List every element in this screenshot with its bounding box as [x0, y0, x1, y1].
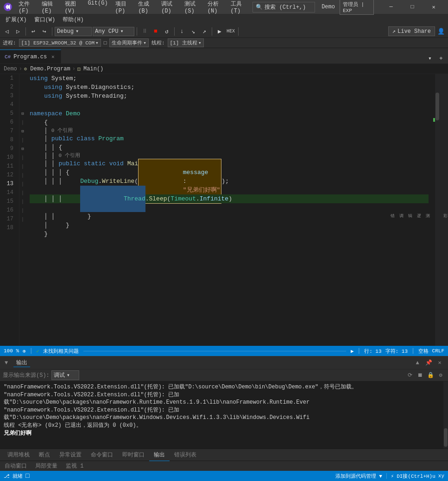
source-control-btn[interactable]: 添加到源代码管理 ▼	[335, 473, 382, 480]
no-issues-label[interactable]: 未找到相关问题	[43, 348, 79, 355]
panel-up-button[interactable]: ▲	[413, 358, 422, 368]
new-vertical-tab-button[interactable]: +	[436, 53, 446, 63]
process-bar: 进程: [1] ESP32_WROOM_32 @ COM ▾ □ 生命周期事件 …	[0, 38, 448, 48]
output-scrollbar-thumb[interactable]	[444, 428, 448, 447]
source-label: 显示输出来源(S):	[3, 371, 50, 379]
search-icon: 🔍	[256, 4, 263, 11]
fold-7[interactable]: ⊟	[19, 127, 26, 136]
tab-breakpoints[interactable]: 断点	[34, 449, 55, 461]
profile-button[interactable]: 👤	[436, 26, 446, 37]
breadcrumb-method[interactable]: ◫ Main()	[77, 66, 103, 72]
output-content[interactable]: "nanoFramework.Tools.VS2022.Extension.dl…	[0, 381, 443, 449]
zoom-level[interactable]: 100 %	[4, 348, 19, 354]
step-out-button[interactable]: ↗	[199, 26, 209, 37]
stop-button[interactable]: ■	[151, 26, 161, 37]
fold-10: │	[19, 153, 26, 162]
tab-command[interactable]: 命令窗口	[86, 449, 118, 461]
menu-git[interactable]: Git(G)	[84, 0, 111, 15]
menu-debug[interactable]: 调试(D)	[158, 0, 181, 15]
redo-button[interactable]: ↪	[39, 26, 50, 37]
output-btn-4[interactable]: ⚙	[436, 371, 445, 380]
tab-callstack[interactable]: 调用堆栈	[3, 449, 34, 461]
menu-test[interactable]: 测试(S)	[181, 0, 204, 15]
breadcrumb-demo[interactable]: Demo	[4, 66, 17, 72]
panel-pin-button[interactable]: 📌	[424, 358, 433, 368]
code-editor[interactable]: 1 2 3 4 5 6 7 8 9 10 11 12 ➤ 13 14 15 16…	[0, 74, 448, 346]
ln-17: 17	[0, 215, 16, 224]
code-line-8: │ │ {	[30, 143, 429, 152]
token	[95, 134, 98, 143]
back-button[interactable]: ◁	[2, 26, 12, 37]
auto-watch[interactable]: 监视 1	[64, 462, 85, 470]
forward-button[interactable]: ▷	[13, 26, 23, 37]
auto-locals[interactable]: 局部变量	[33, 462, 59, 470]
editor-scrollbar[interactable]	[435, 74, 440, 346]
auto-autos[interactable]: 自动窗口	[3, 462, 29, 470]
tab-errorlist[interactable]: 错误列表	[170, 449, 201, 461]
menu-build[interactable]: 生成(B)	[134, 0, 158, 15]
final-sep: │	[385, 473, 388, 479]
code-content[interactable]: using System; using System.Diagnostics; …	[26, 74, 432, 346]
editor-tab-program[interactable]: C# Program.cs ✕	[0, 50, 61, 63]
char-info[interactable]: 字符: 13	[385, 348, 408, 355]
events-dropdown[interactable]: 生命周期事件 ▾	[109, 38, 149, 47]
token: void	[109, 159, 124, 168]
hex-button[interactable]: HEX	[226, 26, 236, 37]
search-box[interactable]: 🔍 搜索 (Ctrl+,)	[252, 2, 315, 12]
panel-close-button[interactable]: ✕	[435, 358, 444, 368]
app-name: Demo	[322, 4, 335, 10]
spaces-label[interactable]: 空格	[418, 348, 429, 355]
token: (	[167, 194, 171, 203]
menu-extensions[interactable]: 扩展(X)	[2, 15, 31, 25]
pause-button[interactable]: ⏸	[139, 26, 150, 37]
menu-view[interactable]: 视图(V)	[61, 0, 84, 15]
process-value: [1] ESP32_WROOM_32 @ COM	[21, 40, 95, 46]
token	[30, 168, 44, 177]
tab-list-button[interactable]: ▾	[425, 53, 435, 63]
tab-immediate[interactable]: 即时窗口	[118, 449, 149, 461]
panel-title-label[interactable]: 输出	[13, 359, 30, 367]
menu-edit[interactable]: 编辑(E)	[38, 0, 61, 15]
line-ending-label[interactable]: CRLF	[432, 348, 444, 354]
code-line-10: │ │ │ {	[30, 168, 429, 177]
menu-file[interactable]: 文件(F)	[15, 0, 38, 15]
output-btn-3[interactable]: 🔒	[426, 371, 435, 380]
live-share-button[interactable]: ↗ Live Share	[388, 26, 435, 36]
menu-help[interactable]: 帮助(H)	[59, 15, 88, 25]
restart-button[interactable]: ↺	[162, 26, 172, 37]
menu-window[interactable]: 窗口(W)	[31, 15, 59, 25]
step-over-button[interactable]: ↓	[177, 26, 187, 37]
run-cursor-button[interactable]: ▶	[215, 26, 225, 37]
cpu-config-dropdown[interactable]: Any CPU ▾	[93, 27, 134, 36]
tab-close-button[interactable]: ✕	[50, 54, 56, 60]
output-btn-2[interactable]: ⏹	[416, 371, 425, 380]
zoom-expand-icon: ⊕	[23, 348, 26, 354]
menu-tools[interactable]: 工具(T)	[227, 0, 250, 15]
tab-exceptions[interactable]: 异常设置	[55, 449, 86, 461]
code-line-6: {	[30, 118, 429, 127]
tab-output[interactable]: 输出	[149, 449, 170, 461]
line-info[interactable]: 行: 13	[364, 348, 381, 355]
undo-button[interactable]: ↩	[28, 26, 38, 37]
git-branch[interactable]: 就绪	[13, 473, 23, 480]
token: :	[183, 178, 190, 185]
user-info[interactable]: DI接(Ctrl+H)u	[397, 473, 435, 480]
output-btn-1[interactable]: ⟳	[405, 371, 415, 380]
thread-dropdown[interactable]: [1] 主线程 ▾	[168, 38, 204, 47]
step-into-button[interactable]: ↘	[188, 26, 198, 37]
breadcrumb-class[interactable]: ⊙ Demo.Program	[24, 66, 70, 72]
ln-11: 11	[0, 162, 16, 171]
editor-scrollbar-thumb[interactable]	[435, 93, 439, 120]
source-dropdown[interactable]: 调试 ▾	[51, 370, 79, 380]
process-dropdown[interactable]: [1] ESP32_WROOM_32 @ COM ▾	[19, 39, 101, 47]
fold-5[interactable]: ⊟	[19, 109, 26, 118]
minimize-button[interactable]: —	[380, 0, 402, 14]
token: │	[44, 143, 51, 152]
menu-analyze[interactable]: 分析(N)	[204, 0, 227, 15]
menu-project[interactable]: 项目(P)	[112, 0, 135, 15]
fold-9[interactable]: ⊟	[19, 144, 26, 153]
output-scrollbar[interactable]	[443, 381, 448, 449]
close-button[interactable]: ✕	[423, 0, 444, 14]
debug-config-dropdown[interactable]: Debug ▾	[55, 27, 92, 36]
maximize-button[interactable]: □	[402, 0, 423, 14]
